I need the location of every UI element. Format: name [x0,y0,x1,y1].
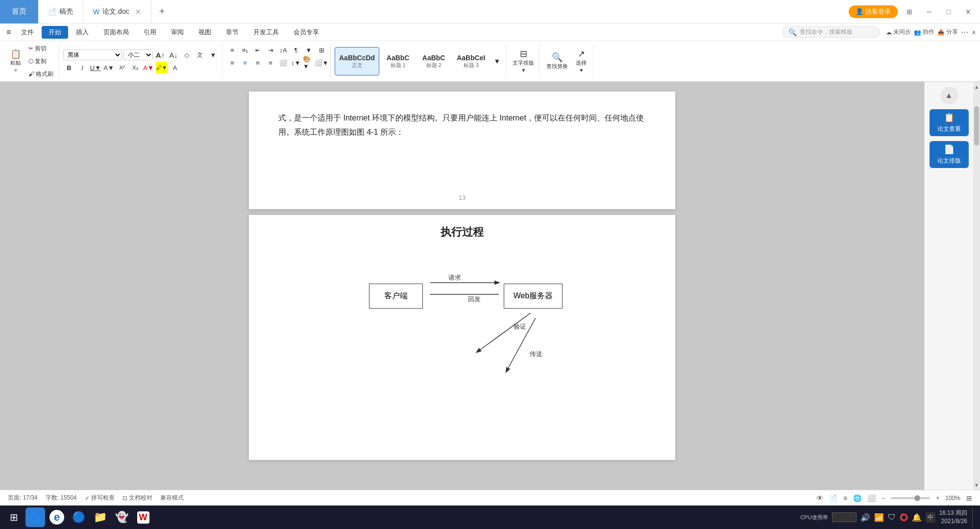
select-button[interactable]: ↗ 选择 ▼ [572,48,590,75]
taskbar-app-ie[interactable]: e [47,507,67,527]
style-normal[interactable]: AaBbCcDd 正文 [335,47,379,75]
align-right-button[interactable]: ≡ [252,57,264,69]
zoom-in-button[interactable]: + [936,495,939,502]
align-center-button[interactable]: ≡ [239,57,251,69]
font-size-select[interactable]: 小二 [123,49,153,60]
subscript-button[interactable]: X₂ [129,62,141,73]
tab-page-layout[interactable]: 页面布局 [97,26,136,39]
paste-button[interactable]: 📋 粘贴 ▼ [7,48,24,75]
tab-luoke[interactable]: 📄 稿壳 [38,0,83,24]
paper-format-button[interactable]: 📄 论文排版 [930,141,969,168]
style-h3[interactable]: AaBbCeI 标题 3 [452,47,490,75]
text-layout-button[interactable]: ⊟ 文字排版 ▼ [510,48,537,75]
view-web-icon[interactable]: 🌐 [853,494,861,502]
start-button[interactable]: ⊞ [4,507,24,527]
style-more-button[interactable]: ▼ [491,55,503,67]
table-button[interactable]: ⊞ [316,44,327,56]
tab-chapter[interactable]: 章节 [219,26,245,39]
tab-insert[interactable]: 插入 [69,26,96,39]
bold-button[interactable]: B [63,62,75,73]
sidebar-scroll-up-button[interactable]: ▲ [940,87,958,104]
view-read-icon[interactable]: 👁 [816,494,823,502]
font-color-button[interactable]: A▼ [143,62,154,73]
style-h1[interactable]: AaBbC 标题 1 [381,47,415,75]
scroll-up-button[interactable]: ▲ [973,82,980,92]
indent-decrease-button[interactable]: ⇤ [252,44,264,56]
taskbar-app-browser[interactable]: 🌀 [25,507,45,527]
find-replace-button[interactable]: 🔍 查找替换 [544,48,570,75]
phonetic-button[interactable]: 文 [194,49,206,61]
font-decrease-button[interactable]: A↓ [168,49,179,61]
show-marks-button[interactable]: ¶ [290,44,302,56]
shading-button[interactable]: 🎨▼ [303,57,315,69]
more-font-button[interactable]: ▼ [207,49,219,61]
align-justify-button[interactable]: ≡ [265,57,276,69]
tab-member[interactable]: 会员专享 [287,26,326,39]
tab-doc[interactable]: W 论文.doc ✕ [83,0,151,24]
zoom-slider[interactable] [891,497,930,499]
show-desktop-button[interactable] [972,507,976,527]
copy-button[interactable]: ⬡ 复制 [26,55,56,67]
borders-button[interactable]: ⬜▼ [316,57,327,69]
taskbar-app-explorer[interactable]: 📁 [90,507,110,527]
view-focus-icon[interactable]: ⬜ [867,494,876,502]
strikethrough-button[interactable]: A▼ [103,62,115,73]
scroll-down-button[interactable]: ▼ [973,480,980,490]
tab-references[interactable]: 引用 [137,26,163,39]
fit-page-button[interactable]: ⊞ [966,494,972,502]
doc-container[interactable]: 式，是一个适用于 Internet 环境下的模型结构。只要用户能连上 Inter… [0,82,924,490]
doc-compare-button[interactable]: ⊡ 文档校对 [122,494,152,502]
view-outline-icon[interactable]: ≡ [843,494,847,502]
tab-review[interactable]: 审阅 [164,26,191,39]
ribbon-search[interactable]: 🔍 查找命令，搜索模板 [782,26,880,38]
indent-increase-button[interactable]: ⇥ [265,44,276,56]
zoom-control[interactable] [891,497,930,499]
cut-button[interactable]: ✂ 剪切 [26,43,56,54]
scroll-thumb[interactable] [974,106,979,145]
unsync-button[interactable]: ☁ 未同步 [886,28,911,36]
tab-close-icon[interactable]: ✕ [135,8,141,16]
underline-button[interactable]: U▼ [90,62,101,73]
taskbar-app-360[interactable]: 🔵 [69,507,88,527]
para-more-button[interactable]: ▼ [303,44,315,56]
guest-login-button[interactable]: 👤 访客登录 [849,5,898,18]
align-left-button[interactable]: ≡ [226,57,238,69]
highlight-button[interactable]: 🖊▼ [156,62,168,73]
network-icon[interactable]: 📶 [874,513,884,522]
tab-view[interactable]: 视图 [192,26,218,39]
input-method[interactable]: 中 [926,512,935,523]
spellcheck-button[interactable]: ✓ 拼写检查 [85,494,115,502]
more-button[interactable]: ⋯ [961,27,969,37]
share-button[interactable]: 📤 分享 [937,28,958,36]
format-painter-button[interactable]: 🖌 格式刷 [26,68,56,80]
volume-icon[interactable]: 🔊 [860,513,870,522]
font-family-select[interactable]: 黑体 [63,49,122,60]
new-tab-button[interactable]: + [153,3,171,21]
tab-dev-tools[interactable]: 开发工具 [246,26,286,39]
antivirus-icon[interactable]: ⭕ [900,513,908,521]
layout-button[interactable]: ⊞ [902,4,917,20]
list-bullet-button[interactable]: ≡ [226,44,238,56]
notification-icon[interactable]: 🔔 [912,513,922,522]
collab-button[interactable]: 👥 协作 [914,28,934,36]
char-border-button[interactable]: A [169,62,181,73]
line-spacing-button[interactable]: ↕▼ [290,57,302,69]
style-h2[interactable]: AaBbC 标题 2 [416,47,451,75]
zoom-out-button[interactable]: − [882,495,885,502]
font-increase-button[interactable]: A↑ [154,49,166,61]
superscript-button[interactable]: X² [116,62,128,73]
minimize-button[interactable]: ─ [921,4,937,20]
paper-check-button[interactable]: 📋 论文查重 [930,109,969,136]
collapse-ribbon-button[interactable]: ∧ [972,29,976,36]
close-button[interactable]: ✕ [960,4,976,20]
taskbar-app-ghost[interactable]: 👻 [112,507,131,527]
tab-file[interactable]: 文件 [14,26,41,39]
defender-icon[interactable]: 🛡 [888,513,896,522]
vertical-scrollbar[interactable]: ▲ ▼ [973,82,980,490]
view-doc-icon[interactable]: 📄 [829,494,837,502]
list-number-button[interactable]: ≡₁ [239,44,251,56]
italic-button[interactable]: I [76,62,88,73]
tab-home[interactable]: 首页 [0,0,38,24]
sort-button[interactable]: ↕A [277,44,289,56]
taskbar-app-wps[interactable]: W [133,507,153,527]
